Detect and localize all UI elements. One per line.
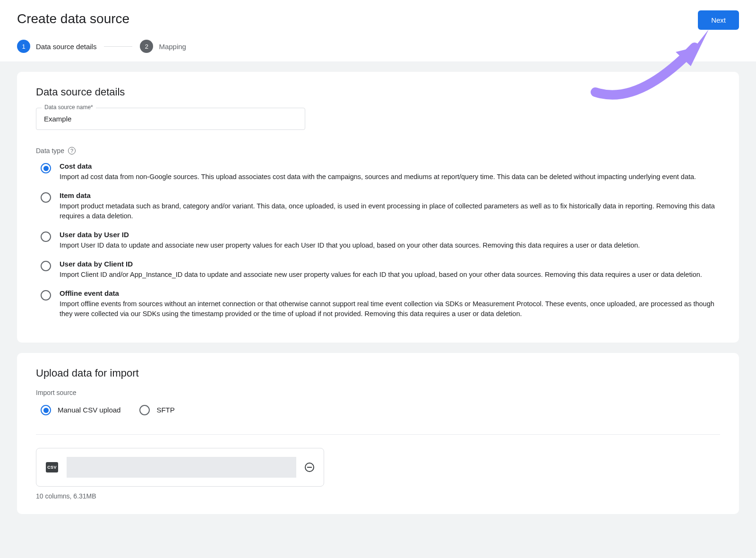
radio-button[interactable] <box>41 163 51 173</box>
import-source-label: SFTP <box>156 406 174 414</box>
page-title: Create data source <box>17 11 739 26</box>
next-button[interactable]: Next <box>698 10 739 30</box>
radio-title: Offline event data <box>60 289 720 297</box>
radio-button[interactable] <box>139 405 150 415</box>
data-type-option-2[interactable]: User data by User IDImport User ID data … <box>41 231 720 250</box>
step-2-label: Mapping <box>159 43 186 51</box>
step-connector <box>104 46 132 47</box>
radio-button[interactable] <box>41 261 51 271</box>
step-2[interactable]: 2 Mapping <box>140 40 186 53</box>
radio-title: Cost data <box>60 162 720 170</box>
radio-button[interactable] <box>41 290 51 300</box>
radio-button[interactable] <box>41 232 51 242</box>
divider <box>36 434 720 435</box>
step-1-label: Data source details <box>36 43 96 51</box>
radio-description: Import ad cost data from non-Google sour… <box>60 172 720 182</box>
upload-card-title: Upload data for import <box>36 367 720 379</box>
file-name-placeholder <box>67 457 296 478</box>
radio-button[interactable] <box>41 405 51 415</box>
upload-card: Upload data for import Import source Man… <box>17 353 739 514</box>
details-card: Data source details Data source name* Da… <box>17 72 739 343</box>
data-source-name-label: Data source name* <box>42 104 96 111</box>
radio-description: Import offline events from sources witho… <box>60 299 720 319</box>
data-type-label-row: Data type ? <box>36 147 720 155</box>
radio-title: User data by Client ID <box>60 260 720 268</box>
data-type-radio-group: Cost dataImport ad cost data from non-Go… <box>41 162 720 319</box>
step-2-badge: 2 <box>140 40 153 53</box>
radio-title: User data by User ID <box>60 231 720 239</box>
help-icon[interactable]: ? <box>68 147 76 155</box>
radio-description: Import Client ID and/or App_Instance_ID … <box>60 270 720 280</box>
remove-file-icon[interactable] <box>305 463 314 472</box>
radio-title: Item data <box>60 191 720 199</box>
step-1[interactable]: 1 Data source details <box>17 40 96 53</box>
file-meta: 10 columns, 6.31MB <box>36 492 720 500</box>
import-source-option-1[interactable]: SFTP <box>139 404 174 415</box>
data-type-label: Data type <box>36 147 64 155</box>
import-source-label: Manual CSV upload <box>58 406 120 414</box>
data-source-name-input[interactable] <box>36 108 305 130</box>
data-source-name-field: Data source name* <box>36 108 305 130</box>
data-type-option-0[interactable]: Cost dataImport ad cost data from non-Go… <box>41 162 720 182</box>
stepper: 1 Data source details 2 Mapping <box>17 40 739 61</box>
details-card-title: Data source details <box>36 86 720 98</box>
import-source-label: Import source <box>36 389 720 396</box>
radio-description: Import User ID data to update and associ… <box>60 240 720 250</box>
data-type-option-3[interactable]: User data by Client IDImport Client ID a… <box>41 260 720 280</box>
csv-icon: CSV <box>46 462 58 472</box>
import-source-option-0[interactable]: Manual CSV upload <box>41 404 120 415</box>
content: Data source details Data source name* Da… <box>0 61 756 535</box>
data-type-option-1[interactable]: Item dataImport product metadata such as… <box>41 191 720 221</box>
header-bar: Create data source 1 Data source details… <box>0 0 756 61</box>
radio-description: Import product metadata such as brand, c… <box>60 201 720 221</box>
import-source-radio-group: Manual CSV uploadSFTP <box>41 404 720 415</box>
data-type-option-4[interactable]: Offline event dataImport offline events … <box>41 289 720 319</box>
radio-button[interactable] <box>41 192 51 203</box>
step-1-badge: 1 <box>17 40 30 53</box>
file-chip: CSV <box>36 448 324 487</box>
